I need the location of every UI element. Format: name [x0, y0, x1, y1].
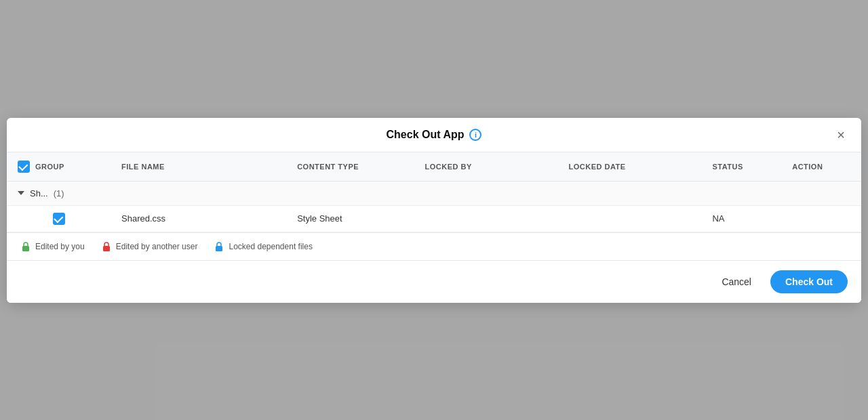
legend-edited-by-another: Edited by another user: [101, 241, 198, 252]
row-checkbox[interactable]: [53, 213, 65, 225]
svg-rect-2: [216, 246, 222, 251]
modal-title: Check Out App i: [387, 129, 482, 141]
row-action: [781, 205, 861, 232]
table-header-row: GROUP FILE NAME CONTENT TYPE LOCKED BY L…: [7, 152, 861, 182]
col-content-type: CONTENT TYPE: [286, 152, 414, 182]
legend-locked-dependent: Locked dependent files: [214, 241, 312, 252]
group-cell: Sh... (1): [7, 181, 861, 205]
group-count: (1): [54, 188, 64, 198]
legend-edited-by-you-label: Edited by you: [35, 242, 85, 251]
legend-bar: Edited by you Edited by another user Loc…: [7, 233, 861, 261]
row-locked-by: [414, 205, 558, 232]
files-table: GROUP FILE NAME CONTENT TYPE LOCKED BY L…: [7, 152, 861, 232]
col-group: GROUP: [7, 152, 111, 182]
row-locked-date: [558, 205, 702, 232]
row-file-name: Shared.css: [111, 205, 286, 232]
col-action: ACTION: [781, 152, 861, 182]
table-row: Shared.css Style Sheet NA: [7, 205, 861, 232]
modal-body: GROUP FILE NAME CONTENT TYPE LOCKED BY L…: [7, 152, 861, 233]
modal-footer-actions: Cancel Check Out: [7, 261, 861, 303]
legend-edited-by-you: Edited by you: [20, 241, 85, 252]
group-name: Sh...: [30, 188, 48, 198]
close-button[interactable]: ×: [834, 125, 848, 144]
row-checkbox-cell: [7, 205, 111, 232]
cancel-button[interactable]: Cancel: [711, 271, 762, 293]
checkout-button[interactable]: Check Out: [770, 270, 848, 293]
row-status: NA: [701, 205, 781, 232]
svg-rect-0: [22, 246, 29, 251]
chevron-down-icon[interactable]: [18, 191, 24, 195]
col-file-name: FILE NAME: [111, 152, 286, 182]
modal-overlay: Check Out App i × GROUP: [0, 0, 868, 420]
row-content-type: Style Sheet: [286, 205, 414, 232]
col-locked-date: LOCKED DATE: [558, 152, 702, 182]
lock-blue-icon: [214, 241, 224, 252]
legend-edited-by-another-label: Edited by another user: [116, 242, 198, 251]
checkout-modal: Check Out App i × GROUP: [7, 118, 861, 303]
table-group-row: Sh... (1): [7, 181, 861, 205]
legend-locked-dependent-label: Locked dependent files: [229, 242, 312, 251]
lock-red-icon: [101, 241, 112, 252]
modal-title-text: Check Out App: [387, 129, 465, 141]
info-icon[interactable]: i: [469, 129, 481, 141]
modal-header: Check Out App i ×: [7, 118, 861, 152]
lock-green-icon: [20, 241, 31, 252]
select-all-checkbox[interactable]: [18, 161, 30, 173]
col-status: STATUS: [701, 152, 781, 182]
col-locked-by: LOCKED BY: [414, 152, 558, 182]
svg-rect-1: [103, 246, 110, 251]
